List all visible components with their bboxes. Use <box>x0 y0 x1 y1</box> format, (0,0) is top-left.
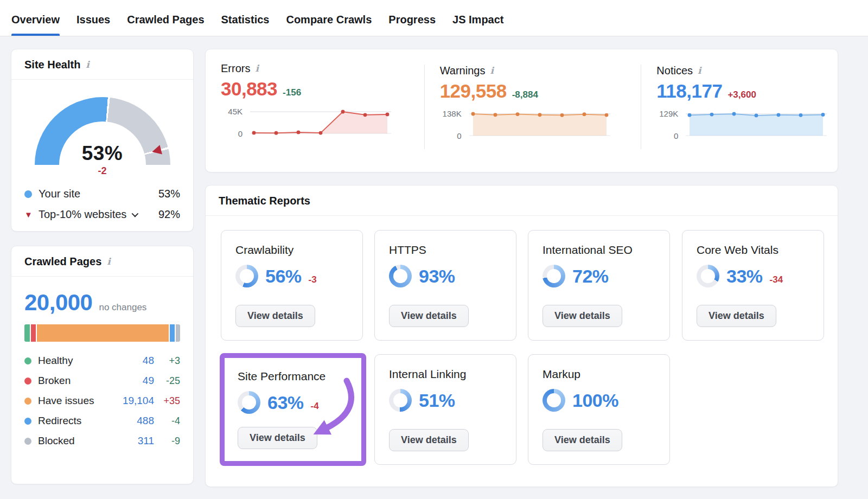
info-icon[interactable]: i <box>490 66 493 75</box>
legend-dot-icon <box>24 378 31 385</box>
bar-segment-healthy <box>24 324 30 342</box>
tab-overview[interactable]: Overview <box>11 14 60 36</box>
crawled-pages-legend-row: Broken49-25 <box>24 375 180 387</box>
issues-metrics-panel: Errors i 30,883 -156 45K 0 Warnings i 12… <box>205 49 838 172</box>
notices-sparkline <box>686 108 827 140</box>
view-details-button[interactable]: View details <box>389 429 469 451</box>
tab-compare-crawls[interactable]: Compare Crawls <box>286 14 372 36</box>
legend-row-top10-websites: ▼ Top-10% websites 92% <box>24 208 180 221</box>
warnings-metric: Warnings i 129,558 -8,884 138K 0 <box>424 65 641 149</box>
y-axis-zero-label: 0 <box>238 129 242 138</box>
legend-label: Redirects <box>38 415 81 427</box>
crawled-pages-subtitle: no changes <box>99 302 146 313</box>
bar-segment-have-issues <box>37 324 169 342</box>
card-delta: -3 <box>309 274 317 287</box>
tab-crawled-pages[interactable]: Crawled Pages <box>127 14 204 36</box>
legend-label: Your site <box>39 188 80 200</box>
legend-label: Broken <box>38 375 71 387</box>
progress-ring-icon <box>389 265 412 287</box>
legend-count: 488 <box>137 415 154 427</box>
bar-segment-redirects <box>170 324 175 342</box>
legend-label: Top-10% websites <box>39 208 126 221</box>
card-percent: 93% <box>419 266 455 287</box>
errors-label: Errors <box>221 62 250 75</box>
tab-js-impact[interactable]: JS Impact <box>452 14 503 36</box>
crawled-pages-legend-row: Have issues19,104+35 <box>24 395 180 407</box>
legend-count: 311 <box>138 435 154 447</box>
crawled-pages-legend-row: Healthy48+3 <box>24 355 180 367</box>
crawled-pages-stacked-bar <box>24 324 180 342</box>
crawled-pages-card: Crawled Pages i 20,000 no changes Health… <box>11 246 194 484</box>
card-title: Markup <box>542 368 580 381</box>
tab-progress[interactable]: Progress <box>388 14 436 36</box>
tab-statistics[interactable]: Statistics <box>221 14 270 36</box>
view-details-button[interactable]: View details <box>697 305 776 327</box>
view-details-button[interactable]: View details <box>542 429 622 451</box>
notices-trend-chart: 129K 0 <box>656 108 838 140</box>
card-percent: 33% <box>726 266 763 287</box>
crawled-pages-legend-row: Redirects488-4 <box>24 415 180 427</box>
info-icon[interactable]: i <box>86 60 89 69</box>
red-triangle-down-icon: ▼ <box>24 210 33 219</box>
legend-dot-icon <box>24 357 31 364</box>
errors-metric: Errors i 30,883 -156 45K 0 <box>206 49 424 172</box>
crawled-pages-title: Crawled Pages <box>24 255 101 268</box>
site-health-score: 53% <box>35 142 170 165</box>
card-delta: -34 <box>770 274 783 287</box>
international-seo-card: International SEO 72% View details <box>528 230 670 341</box>
progress-ring-icon <box>542 265 565 287</box>
progress-ring-icon <box>235 265 258 287</box>
tab-issues[interactable]: Issues <box>76 14 110 36</box>
errors-sparkline <box>250 106 391 138</box>
info-icon[interactable]: i <box>107 257 110 266</box>
view-details-button[interactable]: View details <box>542 305 622 327</box>
card-title: Core Web Vitals <box>697 244 778 257</box>
site-health-header: Site Health i <box>11 49 193 80</box>
info-icon[interactable]: i <box>698 66 701 75</box>
thematic-reports-panel: Thematic Reports Crawlability 56% -3 Vie… <box>205 185 838 487</box>
legend-dot-icon <box>24 418 31 425</box>
legend-label: Blocked <box>38 435 75 447</box>
crawled-pages-total: 20,000 <box>24 290 92 316</box>
site-health-delta: -2 <box>35 165 170 177</box>
card-percent: 56% <box>265 266 302 287</box>
site-health-legend: Your site 53% ▼ Top-10% websites 92% <box>24 188 180 221</box>
site-health-card: Site Health i 53% -2 Your site 53% ▼ Top… <box>11 49 194 232</box>
chevron-down-icon[interactable] <box>132 210 139 217</box>
legend-change: -4 <box>154 415 180 427</box>
legend-value: 53% <box>158 188 180 200</box>
progress-ring-icon <box>697 265 719 287</box>
notices-value: 118,177 <box>656 80 722 102</box>
legend-count: 48 <box>143 355 154 367</box>
view-details-button[interactable]: View details <box>235 305 315 327</box>
crawled-pages-header: Crawled Pages i <box>11 246 193 277</box>
errors-trend-chart: 45K 0 <box>221 106 424 138</box>
warnings-trend-chart: 138K 0 <box>440 108 641 140</box>
info-icon[interactable]: i <box>255 64 258 73</box>
card-percent: 51% <box>419 390 455 411</box>
progress-ring-icon <box>542 389 565 412</box>
legend-count: 49 <box>143 375 154 387</box>
site-health-title: Site Health <box>24 59 80 71</box>
card-title: Crawlability <box>235 244 293 257</box>
crawlability-card: Crawlability 56% -3 View details <box>221 230 363 341</box>
warnings-delta: -8,884 <box>512 89 538 100</box>
warnings-label: Warnings <box>440 65 486 77</box>
card-percent: 72% <box>572 266 609 287</box>
view-details-button[interactable]: View details <box>389 305 469 327</box>
errors-delta: -156 <box>283 87 301 98</box>
crawled-pages-legend-row: Blocked311-9 <box>24 435 180 447</box>
core-web-vitals-card: Core Web Vitals 33% -34 View details <box>682 230 824 341</box>
legend-count: 19,104 <box>123 395 154 407</box>
y-axis-zero-label: 0 <box>674 131 678 140</box>
y-axis-max-label: 129K <box>659 109 678 118</box>
view-details-button[interactable]: View details <box>238 427 317 449</box>
warnings-value: 129,558 <box>440 80 507 102</box>
legend-row-your-site: Your site 53% <box>24 188 180 200</box>
crawled-pages-legend: Healthy48+3Broken49-25Have issues19,104+… <box>24 355 180 447</box>
card-percent: 63% <box>267 392 304 413</box>
y-axis-max-label: 45K <box>228 107 242 116</box>
notices-metric: Notices i 118,177 +3,600 129K 0 <box>641 65 838 149</box>
top-tab-bar: Overview Issues Crawled Pages Statistics… <box>0 0 868 36</box>
site-performance-highlight-box: Site Performance 63% -4 View details <box>220 353 366 466</box>
